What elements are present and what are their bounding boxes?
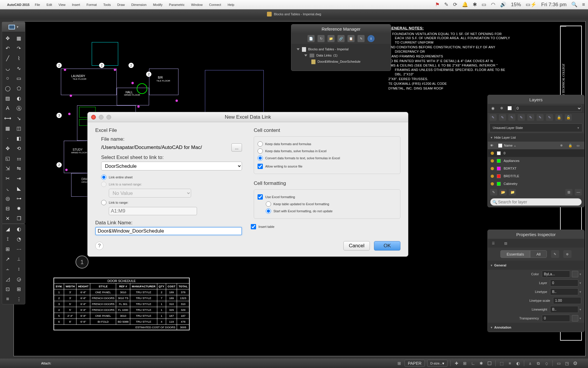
bluetooth-icon[interactable]: ✱: [473, 1, 477, 8]
link-range-input[interactable]: [109, 207, 197, 215]
status-osnap-icon[interactable]: [485, 360, 494, 367]
cancel-button[interactable]: Cancel: [343, 241, 370, 251]
reference-tree[interactable]: Blocks and Tables - Imperial Data Links …: [291, 44, 391, 71]
ok-button[interactable]: OK: [374, 241, 400, 251]
ref-tree-root[interactable]: Blocks and Tables - Imperial: [308, 47, 348, 51]
sync-icon[interactable]: ⟳: [453, 1, 457, 8]
hide-layer-list[interactable]: ▾Hide Layer List: [488, 133, 584, 142]
tool-scale-icon[interactable]: ◱: [2, 153, 13, 163]
layer-visibility-icon[interactable]: ◉: [490, 106, 495, 111]
prop-value[interactable]: [550, 306, 578, 313]
layer-color-swatch[interactable]: [497, 159, 501, 163]
prop-value[interactable]: [550, 288, 578, 295]
tool-fillet-icon[interactable]: ◟: [2, 183, 13, 193]
layer-tool-icon[interactable]: ✎: [527, 114, 534, 121]
props-hatch-icon[interactable]: ▨: [502, 240, 509, 246]
tool-erase-icon[interactable]: ✕: [2, 213, 13, 223]
help-button[interactable]: ?: [95, 242, 103, 250]
cc-opt1-radio[interactable]: [258, 141, 263, 147]
browse-button[interactable]: ...: [231, 143, 242, 152]
lock-col-icon[interactable]: 🔒: [568, 144, 574, 147]
volume-icon[interactable]: 🔊: [500, 1, 506, 8]
tool-copy-icon[interactable]: ❐: [13, 213, 24, 223]
tool-block-icon[interactable]: ◫: [13, 123, 24, 133]
layer-new-icon[interactable]: ✎: [490, 189, 497, 195]
tool-f-icon[interactable]: ⋯: [13, 244, 24, 254]
status-scale-icon[interactable]: ⧉: [534, 360, 542, 367]
layer-freeze-icon[interactable]: ❄: [499, 106, 504, 111]
tool-rotate-icon[interactable]: ⟲: [13, 143, 24, 153]
palette-header[interactable]: ▾: [2, 22, 25, 32]
menu-edit[interactable]: Edit: [46, 3, 52, 6]
prop-swatch[interactable]: [572, 271, 578, 277]
tool-ellipse-icon[interactable]: ◯: [2, 83, 13, 93]
tool-join-icon[interactable]: ⊶: [13, 193, 24, 203]
ref-tree-item[interactable]: Door&Window_DoorSchedule: [318, 60, 360, 63]
properties-panel[interactable]: Properties Inspector ☰ ▨ Essentials All …: [487, 230, 584, 332]
status-layout-select[interactable]: D-size... ▾: [427, 360, 447, 367]
airplay-icon[interactable]: ▭: [482, 1, 486, 8]
sheet-select[interactable]: DoorSchedule: [101, 162, 242, 170]
layer-state-select[interactable]: Unsaved Layer State▾: [490, 123, 582, 132]
status-annotation-icon[interactable]: ⍋: [526, 360, 534, 367]
layer-visibility-icon[interactable]: [491, 182, 494, 185]
menu-file[interactable]: File: [35, 3, 40, 6]
prop-value[interactable]: [542, 315, 570, 322]
layer-visibility-icon[interactable]: [491, 159, 494, 163]
status-dynamic-icon[interactable]: ▭: [554, 360, 563, 367]
tool-arc-icon[interactable]: ◡: [2, 63, 13, 73]
cf-sub1-radio[interactable]: [266, 201, 271, 207]
dialog-titlebar[interactable]: New Excel Data Link: [88, 112, 408, 122]
tool-n-icon[interactable]: ⊞: [13, 284, 24, 294]
tool-leader-icon[interactable]: ↘: [13, 113, 24, 123]
tool-c-icon[interactable]: ⟟: [2, 234, 13, 244]
layer-tool-icon[interactable]: 🔒: [555, 114, 562, 121]
tool-redo-icon[interactable]: ↷: [13, 43, 24, 53]
tool-explode-icon[interactable]: ✸: [13, 203, 24, 213]
layer-color-swatch[interactable]: [497, 182, 501, 186]
layers-panel[interactable]: Layers ◉ ❄ 0 ✎ ✎ ✎ ✎ ✎ ✎ ✎ 🔒 🔓 Unsaved L…: [487, 95, 584, 207]
cf-sub2-radio[interactable]: [266, 208, 271, 214]
plot-col-icon[interactable]: ▭: [577, 144, 582, 147]
prop-value[interactable]: [542, 271, 570, 278]
tool-polygon-icon[interactable]: ⬠: [13, 83, 24, 93]
draw-tool-palette[interactable]: ▾ ✥▦ ↶↷ ╱⌇ ◡∿ ○▭ ◯⬠ ▨◐ AⒶ ⟷↘ ▦◫ ·◧ ✥⟲ ◱⚏…: [2, 22, 25, 224]
layer-color-swatch[interactable]: [497, 174, 501, 178]
insert-table-checkbox[interactable]: [251, 224, 256, 229]
status-transparency-icon[interactable]: ◐: [514, 360, 522, 367]
tool-o-icon[interactable]: ≡: [2, 294, 13, 304]
tool-line-icon[interactable]: ╱: [2, 53, 13, 63]
prop-swatch[interactable]: [572, 315, 578, 321]
layer-tool-icon[interactable]: ✎: [537, 114, 544, 121]
freeze-col-icon[interactable]: ❄: [560, 144, 565, 147]
layer-tool-icon[interactable]: 🔓: [565, 114, 572, 121]
tool-undo-icon[interactable]: ↶: [2, 43, 13, 53]
tool-p-icon[interactable]: ⋮: [13, 294, 24, 304]
battery-icon[interactable]: ▭⚡: [526, 1, 537, 8]
viewport-tab-1[interactable]: 1: [76, 256, 88, 268]
tool-spline-icon[interactable]: ∿: [13, 63, 24, 73]
refmgr-info-icon[interactable]: i: [368, 35, 375, 42]
battery-percent[interactable]: 15%: [511, 2, 521, 8]
layer-delete-icon[interactable]: —: [575, 189, 582, 195]
tool-mirror-icon[interactable]: ⇋: [13, 163, 24, 173]
seg-all[interactable]: All: [530, 250, 547, 258]
seg-essentials[interactable]: Essentials: [500, 250, 530, 258]
menu-extras-icon[interactable]: ≡: [582, 2, 585, 8]
layer-tool-icon[interactable]: ✎: [490, 114, 497, 121]
status-settings-icon[interactable]: ⚙: [571, 360, 579, 367]
link-entire-radio[interactable]: [101, 175, 106, 180]
tool-rect-icon[interactable]: ▭: [13, 73, 24, 83]
visibility-col-icon[interactable]: 👁: [490, 144, 495, 147]
refmgr-detach-icon[interactable]: 📁: [328, 35, 335, 42]
minimize-icon[interactable]: [99, 115, 103, 120]
refmgr-path-icon[interactable]: ✎: [358, 35, 365, 42]
layer-tool-icon[interactable]: ✎: [546, 114, 553, 121]
menu-view[interactable]: View: [59, 3, 66, 6]
wifi-icon[interactable]: ◠: [491, 1, 495, 8]
tool-m-icon[interactable]: ⊡: [2, 284, 13, 294]
status-grid2-icon[interactable]: ⊞: [461, 360, 469, 367]
status-annoscale-icon[interactable]: ⍜: [542, 360, 551, 367]
tool-h-icon[interactable]: ⟂: [13, 254, 24, 264]
tool-move2-icon[interactable]: ✥: [2, 143, 13, 153]
